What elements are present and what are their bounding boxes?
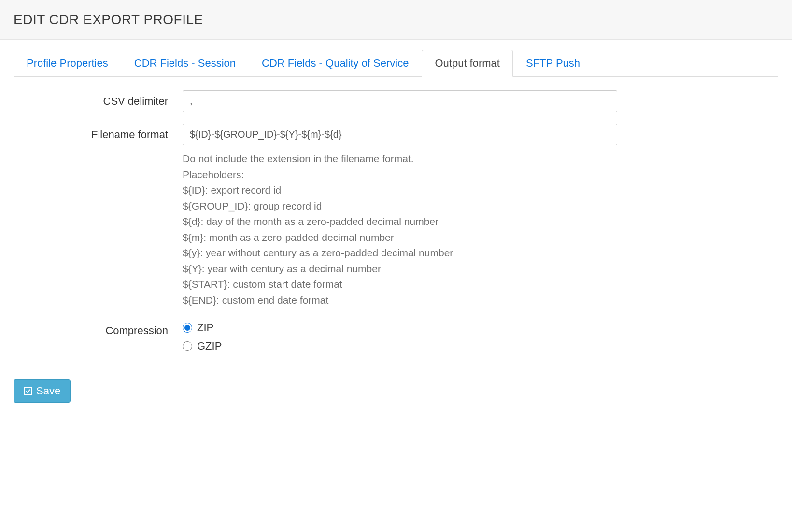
help-line: ${Y}: year with century as a decimal num…	[183, 261, 617, 277]
page-title: EDIT CDR EXPORT PROFILE	[14, 12, 778, 28]
content-area: Profile Properties CDR Fields - Session …	[0, 40, 792, 416]
help-line: ${GROUP_ID}: group record id	[183, 198, 617, 214]
svg-rect-0	[24, 388, 32, 395]
csv-delimiter-input[interactable]	[183, 90, 617, 112]
help-line: ${y}: year without century as a zero-pad…	[183, 245, 617, 261]
help-line: ${START}: custom start date format	[183, 277, 617, 293]
tab-output-format[interactable]: Output format	[422, 50, 513, 77]
row-csv-delimiter: CSV delimiter	[14, 90, 778, 112]
compression-label: Compression	[14, 320, 183, 337]
compression-radio-group: ZIP GZIP	[183, 320, 617, 352]
help-line: ${END}: custom end date format	[183, 293, 617, 308]
csv-delimiter-label: CSV delimiter	[14, 90, 183, 108]
compression-option-zip[interactable]: ZIP	[183, 322, 617, 334]
compression-radio-zip[interactable]	[183, 323, 192, 333]
filename-format-label: Filename format	[14, 124, 183, 141]
page-header: EDIT CDR EXPORT PROFILE	[0, 0, 792, 40]
tab-cdr-fields-session[interactable]: CDR Fields - Session	[121, 50, 249, 77]
save-button-label: Save	[36, 385, 60, 397]
save-button[interactable]: Save	[14, 379, 71, 403]
compression-option-label: GZIP	[197, 340, 222, 352]
row-compression: Compression ZIP GZIP	[14, 320, 778, 358]
csv-delimiter-field-wrapper	[183, 90, 617, 112]
check-square-icon	[24, 387, 32, 395]
compression-radio-gzip[interactable]	[183, 341, 192, 351]
help-line: Placeholders:	[183, 167, 617, 183]
tab-bar: Profile Properties CDR Fields - Session …	[14, 49, 778, 77]
help-line: ${m}: month as a zero-padded decimal num…	[183, 230, 617, 246]
tab-cdr-fields-qos[interactable]: CDR Fields - Quality of Service	[249, 50, 422, 77]
tab-profile-properties[interactable]: Profile Properties	[14, 50, 121, 77]
compression-option-label: ZIP	[197, 322, 213, 334]
compression-field-wrapper: ZIP GZIP	[183, 320, 617, 358]
help-line: Do not include the extension in the file…	[183, 151, 617, 167]
tab-sftp-push[interactable]: SFTP Push	[513, 50, 593, 77]
help-line: ${d}: day of the month as a zero-padded …	[183, 214, 617, 230]
filename-format-help: Do not include the extension in the file…	[183, 151, 617, 308]
row-filename-format: Filename format Do not include the exten…	[14, 124, 778, 308]
compression-option-gzip[interactable]: GZIP	[183, 340, 617, 352]
help-line: ${ID}: export record id	[183, 182, 617, 198]
filename-format-field-wrapper: Do not include the extension in the file…	[183, 124, 617, 308]
filename-format-input[interactable]	[183, 124, 617, 145]
